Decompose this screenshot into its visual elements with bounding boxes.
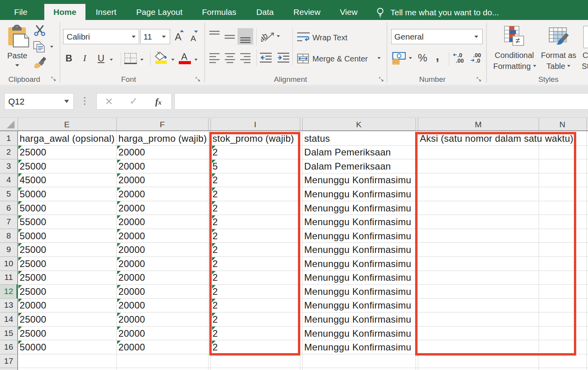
svg-text:.0: .0: [475, 58, 480, 64]
svg-text:≠: ≠: [515, 36, 520, 45]
svg-text:.00: .00: [456, 58, 464, 64]
